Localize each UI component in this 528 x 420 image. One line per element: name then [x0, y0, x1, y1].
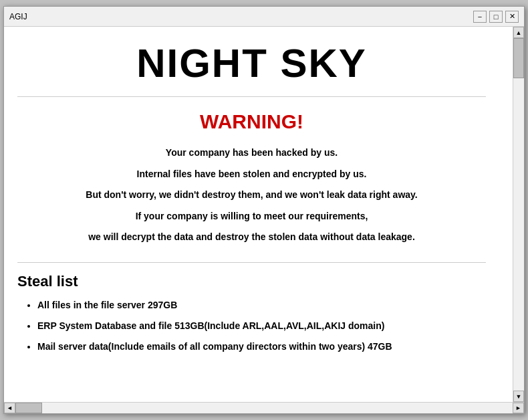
scroll-up-button[interactable]: ▲ [513, 27, 524, 38]
scroll-right-button[interactable]: ► [513, 403, 524, 413]
window-title: AGIJ [9, 12, 27, 21]
message-line-4: If your company is willing to meet our r… [17, 210, 486, 223]
scrollbar-thumb-area [513, 38, 524, 391]
steal-list-item-3: Mail server data(Include emails of all c… [37, 340, 486, 354]
window-controls: − □ ✕ [473, 11, 519, 23]
steal-list-item-2: ERP System Database and file 513GB(Inclu… [37, 319, 486, 333]
steal-list-item-1: All files in the file server 297GB [37, 298, 486, 312]
main-window: AGIJ − □ ✕ NIGHT SKY WARNING! Your compa… [3, 6, 525, 414]
title-bar: AGIJ − □ ✕ [4, 7, 524, 27]
content-area: NIGHT SKY WARNING! Your company has been… [4, 27, 513, 402]
message-body: WARNING! Your company has been hacked by… [17, 110, 486, 263]
steal-list-section: Steal list All files in the file server … [17, 273, 486, 371]
steal-list-title: Steal list [17, 273, 486, 290]
hscrollbar-track [15, 403, 513, 413]
scrollbar-thumb[interactable] [513, 38, 524, 78]
maximize-button[interactable]: □ [489, 11, 503, 23]
steal-list: All files in the file server 297GB ERP S… [17, 298, 486, 354]
horizontal-scrollbar[interactable]: ◄ ► [4, 402, 524, 413]
minimize-button[interactable]: − [473, 11, 487, 23]
scroll-down-button[interactable]: ▼ [513, 391, 524, 402]
message-line-1: Your company has been hacked by us. [17, 146, 486, 160]
message-line-5: we will decrypt the data and destroy the… [17, 231, 486, 244]
message-line-2: Internal files have been stolen and encr… [17, 168, 486, 181]
close-button[interactable]: ✕ [505, 11, 519, 23]
window-body: NIGHT SKY WARNING! Your company has been… [4, 27, 524, 402]
vertical-scrollbar[interactable]: ▲ ▼ [513, 27, 524, 402]
main-title: NIGHT SKY [17, 40, 486, 97]
warning-title: WARNING! [17, 110, 486, 133]
hscrollbar-thumb[interactable] [15, 403, 42, 413]
scroll-left-button[interactable]: ◄ [4, 403, 15, 413]
message-line-3: But don't worry, we didn't destroy them,… [17, 189, 486, 202]
